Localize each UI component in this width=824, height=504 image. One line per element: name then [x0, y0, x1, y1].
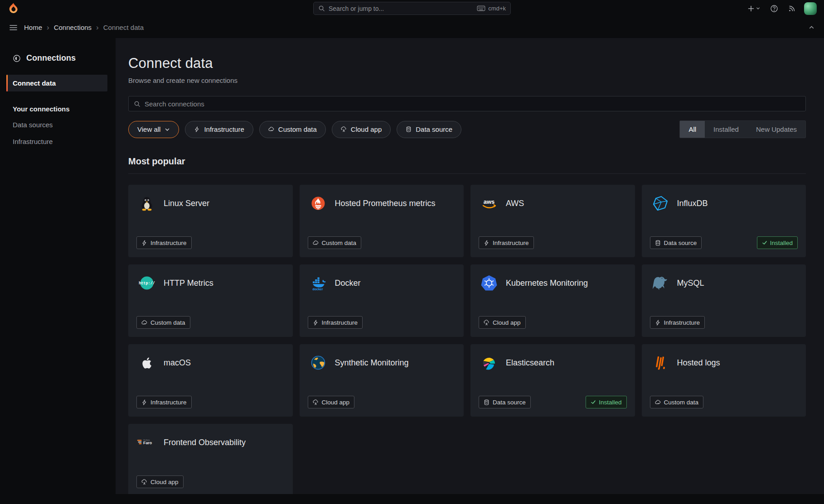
- category-badge-label: Data source: [493, 399, 526, 406]
- card-footer: Infrastructure: [136, 236, 285, 249]
- card-synthetic-monitoring[interactable]: Synthetic MonitoringCloud app: [300, 344, 464, 417]
- card-linux-server[interactable]: Linux ServerInfrastructure: [128, 185, 293, 257]
- card-footer: Infrastructure: [308, 316, 456, 329]
- installed-badge: Installed: [757, 236, 798, 249]
- connections-icon: [13, 54, 21, 62]
- card-title: macOS: [164, 358, 191, 368]
- card-http-metrics[interactable]: http://HTTP MetricsCustom data: [128, 264, 293, 337]
- cloud-app-icon: [313, 399, 319, 405]
- card-header: Kubernetes Monitoring: [479, 273, 627, 293]
- user-avatar[interactable]: [804, 2, 817, 15]
- connections-search-input[interactable]: [145, 100, 800, 108]
- svg-text:docker: docker: [312, 288, 323, 291]
- category-badge: Custom data: [650, 396, 704, 408]
- filter-pill-label: Custom data: [278, 125, 317, 133]
- card-title: Synthetic Monitoring: [335, 358, 409, 368]
- card-mysql[interactable]: MySQLInfrastructure: [642, 264, 806, 337]
- tab-installed[interactable]: Installed: [705, 121, 747, 138]
- card-header: Synthetic Monitoring: [308, 352, 456, 373]
- new-button[interactable]: [746, 4, 761, 14]
- filter-pill-cloud-app[interactable]: Cloud app: [332, 121, 391, 138]
- sidebar-section-your-connections[interactable]: Your connections: [0, 105, 116, 113]
- category-badge-label: Cloud app: [493, 319, 521, 326]
- category-badge-label: Custom data: [322, 240, 357, 246]
- card-footer: Infrastructure: [650, 316, 798, 329]
- card-title: Docker: [335, 278, 361, 288]
- news-button[interactable]: [787, 4, 797, 14]
- category-badge-label: Infrastructure: [322, 319, 358, 326]
- card-frontend-observability[interactable]: GrafanaFaroFrontend ObservabilityCloud a…: [128, 424, 293, 494]
- card-header: Hosted Prometheus metrics: [308, 193, 456, 214]
- category-badge: Infrastructure: [479, 236, 534, 249]
- card-title: Linux Server: [164, 199, 209, 208]
- faro-icon: GrafanaFaro: [136, 432, 157, 453]
- filter-pill-data-source[interactable]: Data source: [397, 121, 461, 138]
- topnav-actions: [746, 2, 817, 15]
- category-badge: Cloud app: [479, 316, 526, 329]
- elasticsearch-icon: [479, 352, 499, 373]
- card-footer: Cloud app: [136, 475, 285, 488]
- cloud-app-icon: [484, 320, 490, 326]
- breadcrumb-item-connections[interactable]: Connections: [54, 24, 92, 31]
- card-hosted-prometheus-metrics[interactable]: Hosted Prometheus metricsCustom data: [300, 185, 464, 257]
- view-all-dropdown[interactable]: View all: [128, 121, 179, 138]
- caret-down-icon: [165, 127, 170, 132]
- connections-search[interactable]: [128, 96, 806, 111]
- card-hosted-logs[interactable]: Hosted logsCustom data: [642, 344, 806, 417]
- shortcut-hint: cmd+k: [477, 5, 506, 12]
- filter-pill-custom-data[interactable]: Custom data: [259, 121, 326, 138]
- bolt-icon: [655, 320, 661, 326]
- grafana-logo-icon[interactable]: [7, 2, 19, 14]
- breadcrumb-bar: Home›Connections›Connect data: [0, 17, 824, 38]
- cloud-data-icon: [655, 399, 661, 405]
- cloud-app-icon: [341, 126, 347, 132]
- card-title: Hosted Prometheus metrics: [335, 199, 436, 208]
- sidebar-toggle-button[interactable]: [8, 23, 19, 32]
- sidebar-title-label: Connections: [26, 53, 76, 63]
- breadcrumb-item-connect-data: Connect data: [103, 24, 144, 31]
- card-aws[interactable]: awsAWSInfrastructure: [470, 185, 635, 257]
- card-influxdb[interactable]: InfluxDBData sourceInstalled: [642, 185, 806, 257]
- category-pills: InfrastructureCustom dataCloud appData s…: [185, 121, 461, 138]
- card-header: InfluxDB: [650, 193, 798, 214]
- collapse-top-button[interactable]: [807, 23, 816, 32]
- main-content: Connect data Browse and create new conne…: [116, 38, 824, 494]
- chevron-up-icon: [809, 24, 814, 30]
- bolt-icon: [484, 240, 490, 246]
- category-badge: Data source: [479, 396, 531, 408]
- filter-pill-label: Data source: [416, 125, 452, 133]
- logs-icon: [650, 352, 671, 373]
- help-button[interactable]: [769, 3, 780, 14]
- card-macos[interactable]: macOSInfrastructure: [128, 344, 293, 417]
- tab-new-updates[interactable]: New Updates: [747, 121, 805, 138]
- sidebar: Connections Connect data Your connection…: [0, 38, 116, 494]
- filter-pill-label: Infrastructure: [204, 125, 244, 133]
- card-docker[interactable]: dockerDockerInfrastructure: [300, 264, 464, 337]
- card-kubernetes-monitoring[interactable]: Kubernetes MonitoringCloud app: [470, 264, 635, 337]
- plus-icon: [747, 5, 755, 12]
- installed-badge: Installed: [586, 396, 626, 408]
- sidebar-item-connect-data[interactable]: Connect data: [6, 75, 107, 91]
- page-subtitle: Browse and create new connections: [128, 77, 806, 84]
- search-icon: [318, 5, 325, 12]
- category-badge: Infrastructure: [136, 236, 192, 249]
- global-search-input[interactable]: [329, 5, 473, 12]
- category-badge-label: Data source: [664, 240, 697, 246]
- card-title: Frontend Observability: [164, 438, 246, 447]
- bolt-icon: [194, 126, 200, 132]
- sidebar-item-data-sources[interactable]: Data sources: [0, 116, 116, 133]
- filter-pill-infrastructure[interactable]: Infrastructure: [185, 121, 253, 138]
- influxdb-icon: [650, 193, 671, 214]
- category-badge: Infrastructure: [650, 316, 705, 329]
- bolt-icon: [141, 399, 147, 405]
- global-search[interactable]: cmd+k: [313, 2, 511, 15]
- breadcrumb-item-home[interactable]: Home: [24, 24, 42, 31]
- apple-icon: [136, 352, 157, 373]
- tab-all[interactable]: All: [680, 121, 705, 138]
- sidebar-item-infrastructure[interactable]: Infrastructure: [0, 133, 116, 150]
- card-elasticsearch[interactable]: ElasticsearchData sourceInstalled: [470, 344, 635, 417]
- rss-icon: [788, 5, 795, 12]
- filter-pill-label: Cloud app: [351, 125, 382, 133]
- database-icon: [484, 399, 490, 405]
- category-badge: Infrastructure: [136, 396, 192, 408]
